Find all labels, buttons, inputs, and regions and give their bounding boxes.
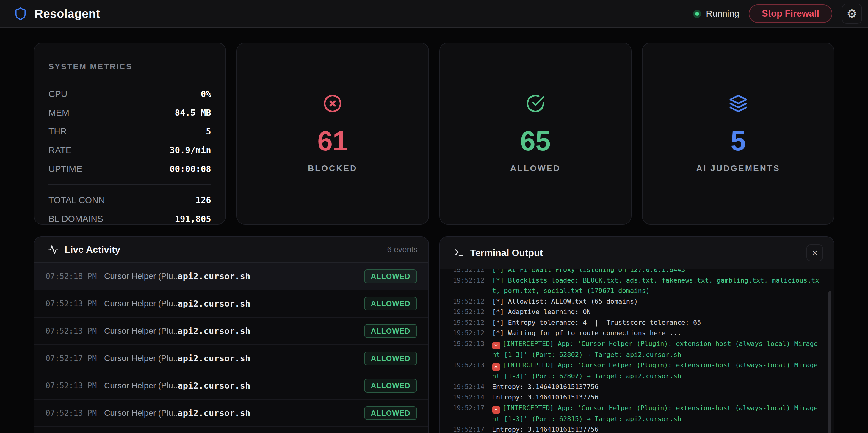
activity-row: 07:52:13 PMCursor Helper (Plu...api2.cur… (34, 318, 428, 345)
metric-value: 30.9/min (169, 145, 211, 155)
metric-value: 00:00:08 (169, 164, 211, 174)
activity-list: 07:52:18 PMCursor Helper (Plu...api2.cur… (34, 263, 428, 427)
metric-row: RATE30.9/min (49, 141, 211, 159)
metric-label: UPTIME (49, 164, 82, 174)
activity-app-name: Cursor Helper (Plu... (104, 408, 178, 418)
status-indicator: Running (693, 9, 739, 19)
metric-value: 5 (206, 126, 211, 136)
live-activity-header: Live Activity 6 events (34, 237, 428, 263)
terminal-timestamp: 19:52:12 (453, 269, 485, 275)
metric-label: BL DOMAINS (49, 214, 103, 224)
activity-status-badge: ALLOWED (364, 379, 417, 393)
activity-domain: api2.cursor.sh (178, 408, 250, 418)
metric-row: CPU0% (49, 85, 211, 103)
brand: Resolagent (14, 7, 100, 21)
terminal-timestamp: 19:52:12 (453, 275, 485, 296)
x-circle-icon (323, 94, 342, 113)
stats-row: SYSTEM METRICS CPU0%MEM84.5 MBTHR5RATE30… (34, 42, 834, 224)
terminal-line: 19:52:13✶[INTERCEPTED] App: 'Cursor Help… (453, 360, 821, 381)
activity-app-name: Cursor Helper (Plu... (104, 326, 178, 336)
metrics-rows: CPU0%MEM84.5 MBTHR5RATE30.9/minUPTIME00:… (49, 85, 211, 178)
metric-summary-row: TOTAL CONN126 (49, 191, 211, 209)
terminal-message: ✶[INTERCEPTED] App: 'Cursor Helper (Plug… (492, 360, 821, 381)
layers-icon (729, 94, 748, 113)
terminal-line: 19:52:12[*] AI Firewall Proxy listening … (453, 269, 821, 275)
terminal-timestamp: 19:52:14 (453, 392, 485, 403)
terminal-output[interactable]: 19:52:12[*] AI Firewall Proxy listening … (440, 269, 834, 433)
terminal-header: Terminal Output × (440, 237, 834, 269)
activity-domain: api2.cursor.sh (178, 271, 250, 281)
siren-icon: ✶ (492, 363, 500, 371)
activity-app-name: Cursor Helper (Plu... (104, 381, 178, 391)
metric-label: CPU (49, 89, 67, 99)
activity-time: 07:52:18 PM (45, 272, 104, 281)
status-dot (693, 10, 701, 18)
terminal-message: Entropy: 3.1464101615137756 (492, 392, 821, 403)
check-circle-icon (526, 94, 545, 113)
activity-row: 07:52:13 PMCursor Helper (Plu...api2.cur… (34, 290, 428, 318)
terminal-title: Terminal Output (470, 247, 543, 258)
blocked-label: BLOCKED (308, 163, 357, 173)
activity-domain: api2.cursor.sh (178, 299, 250, 309)
metric-label: RATE (49, 145, 72, 155)
terminal-panel: Terminal Output × 19:52:12[*] AI Firewal… (439, 237, 835, 433)
terminal-timestamp: 19:52:13 (453, 360, 485, 381)
terminal-message: [*] Waiting for pf to route connections … (492, 328, 821, 338)
live-activity-title: Live Activity (65, 244, 120, 255)
metric-value: 191,805 (175, 214, 211, 224)
metric-row: MEM84.5 MB (49, 103, 211, 122)
activity-row: 07:52:17 PMCursor Helper (Plu...api2.cur… (34, 345, 428, 372)
topbar-right: Running Stop Firewall ⚙ (693, 4, 862, 24)
terminal-message: ✶[INTERCEPTED] App: 'Cursor Helper (Plug… (492, 403, 821, 424)
activity-time: 07:52:13 PM (45, 299, 104, 308)
system-metrics-card: SYSTEM METRICS CPU0%MEM84.5 MBTHR5RATE30… (34, 42, 226, 224)
terminal-message: [*] Blocklists loaded: BLOCK.txt, ads.tx… (492, 275, 821, 296)
blocked-count: 61 (317, 127, 348, 155)
siren-icon: ✶ (492, 406, 500, 414)
terminal-prompt-icon (454, 247, 464, 258)
terminal-line: 19:52:12[*] Waiting for pf to route conn… (453, 328, 821, 338)
activity-app-name: Cursor Helper (Plu... (104, 299, 178, 308)
terminal-scrollbar-thumb[interactable] (829, 291, 831, 433)
terminal-line: 19:52:13✶[INTERCEPTED] App: 'Cursor Help… (453, 338, 821, 360)
activity-status-badge: ALLOWED (364, 351, 417, 365)
app-title: Resolagent (34, 7, 100, 21)
activity-app-name: Cursor Helper (Plu... (104, 353, 178, 363)
activity-time: 07:52:17 PM (45, 354, 104, 363)
terminal-timestamp: 19:52:12 (453, 317, 485, 328)
metric-value: 0% (201, 89, 211, 99)
terminal-line: 19:52:12[*] Entropy tolerance: 4 | Trust… (453, 317, 821, 328)
allowed-label: ALLOWED (510, 163, 561, 173)
stop-firewall-button[interactable]: Stop Firewall (749, 4, 832, 23)
close-icon[interactable]: × (806, 244, 823, 261)
status-label: Running (706, 9, 739, 19)
metric-row: UPTIME00:00:08 (49, 159, 211, 178)
ai-judgements-count: 5 (731, 127, 746, 155)
metrics-summary-rows: TOTAL CONN126BL DOMAINS191,805 (49, 191, 211, 228)
metric-label: MEM (49, 107, 69, 118)
terminal-message: [*] Adaptive learning: ON (492, 307, 821, 317)
terminal-message: [*] Entropy tolerance: 4 | Trustscore to… (492, 317, 821, 328)
metric-label: THR (49, 126, 67, 136)
shield-logo-icon (14, 7, 27, 21)
terminal-line: 19:52:12[*] Blocklists loaded: BLOCK.txt… (453, 275, 821, 296)
activity-row: 07:52:13 PMCursor Helper (Plu...api2.cur… (34, 400, 428, 427)
activity-pulse-icon (48, 244, 59, 255)
terminal-timestamp: 19:52:14 (453, 381, 485, 392)
metric-label: TOTAL CONN (49, 195, 105, 205)
activity-status-badge: ALLOWED (364, 324, 417, 338)
activity-time: 07:52:13 PM (45, 381, 104, 390)
allowed-card: 65 ALLOWED (439, 42, 632, 224)
terminal-timestamp: 19:52:12 (453, 307, 485, 317)
live-activity-panel: Live Activity 6 events 07:52:18 PMCursor… (34, 237, 429, 433)
terminal-lines: 19:52:12[*] AI Firewall Proxy listening … (453, 269, 821, 433)
settings-gear-icon[interactable]: ⚙ (842, 4, 862, 24)
terminal-message: Entropy: 3.1464101615137756 (492, 381, 821, 392)
activity-domain: api2.cursor.sh (178, 353, 250, 363)
activity-time: 07:52:13 PM (45, 327, 104, 336)
activity-domain: api2.cursor.sh (178, 326, 250, 336)
activity-time: 07:52:13 PM (45, 409, 104, 417)
metric-value: 126 (195, 195, 211, 205)
terminal-timestamp: 19:52:17 (453, 403, 485, 424)
terminal-message: ✶[INTERCEPTED] App: 'Cursor Helper (Plug… (492, 338, 821, 360)
